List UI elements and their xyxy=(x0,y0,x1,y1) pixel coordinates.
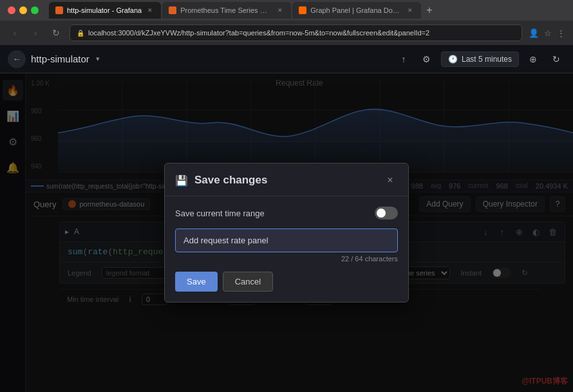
time-range-button[interactable]: 🕐 Last 5 minutes xyxy=(441,51,519,67)
address-bar-row: ‹ › ↻ 🔒 localhost:3000/d/kZJxeYVWz/http-… xyxy=(0,21,573,45)
tab-close-2[interactable]: ✕ xyxy=(276,6,285,15)
panel-area: 🔥 📊 ⚙ 🔔 Request Rate 1.00 K 980 960 940 xyxy=(0,73,573,392)
top-bar: ← http-simulator ▾ ↑ ⚙ 🕐 Last 5 minutes … xyxy=(0,45,573,73)
traffic-lights xyxy=(8,6,39,14)
browser-title-bar: http-simulator - Grafana ✕ Prometheus Ti… xyxy=(0,0,573,21)
tab-label-2: Prometheus Time Series Colle... xyxy=(180,6,272,14)
browser-tabs-bar: http-simulator - Grafana ✕ Prometheus Ti… xyxy=(49,1,565,19)
lock-icon: 🔒 xyxy=(77,30,84,37)
browser-actions: 👤 ☆ ⋮ xyxy=(529,28,565,38)
modal-save-button[interactable]: Save xyxy=(175,272,218,292)
reload-button[interactable]: ↻ xyxy=(49,28,63,38)
modal-close-button[interactable]: × xyxy=(382,173,398,188)
save-changes-modal: 💾 Save changes × Save current time range… xyxy=(164,163,409,303)
new-tab-button[interactable]: + xyxy=(422,5,436,16)
grafana-app: ← http-simulator ▾ ↑ ⚙ 🕐 Last 5 minutes … xyxy=(0,45,573,392)
tab-label-3: Graph Panel | Grafana Docum... xyxy=(310,6,402,14)
modal-cancel-button[interactable]: Cancel xyxy=(223,272,273,292)
tab-label-1: http-simulator - Grafana xyxy=(67,6,142,14)
modal-text-input[interactable] xyxy=(175,229,398,252)
address-field[interactable]: 🔒 localhost:3000/d/kZJxeYVWz/http-simula… xyxy=(70,24,522,41)
dashboard-title: http-simulator xyxy=(31,53,89,64)
forward-button[interactable]: › xyxy=(28,28,42,38)
tab-close-3[interactable]: ✕ xyxy=(406,6,415,15)
settings-button[interactable]: ⚙ xyxy=(418,50,436,68)
modal-header: 💾 Save changes × xyxy=(165,163,408,196)
clock-icon: 🕐 xyxy=(448,55,458,64)
modal-footer: Save Cancel xyxy=(175,272,398,292)
close-traffic-light[interactable] xyxy=(8,6,15,14)
dashboard-dropdown-arrow[interactable]: ▾ xyxy=(96,55,100,63)
modal-toggle-knob xyxy=(377,209,386,218)
tab-favicon-2 xyxy=(169,6,176,14)
refresh-button[interactable]: ↻ xyxy=(547,50,565,68)
top-bar-actions: ↑ ⚙ 🕐 Last 5 minutes ⊕ ↻ xyxy=(395,50,565,68)
tab-favicon-3 xyxy=(299,6,306,14)
save-icon: 💾 xyxy=(175,174,188,187)
zoom-button[interactable]: ⊕ xyxy=(524,50,542,68)
browser-tab-2[interactable]: Prometheus Time Series Colle... ✕ xyxy=(162,2,291,19)
profile-icon[interactable]: 👤 xyxy=(529,28,539,38)
browser-chrome: http-simulator - Grafana ✕ Prometheus Ti… xyxy=(0,0,573,45)
menu-icon[interactable]: ⋮ xyxy=(557,28,565,38)
char-count: 22 / 64 characters xyxy=(175,255,398,263)
address-text: localhost:3000/d/kZJxeYVWz/http-simulato… xyxy=(88,29,429,37)
tab-favicon-1 xyxy=(55,6,63,14)
minimize-traffic-light[interactable] xyxy=(19,6,27,14)
bookmark-icon[interactable]: ☆ xyxy=(544,28,552,38)
share-button[interactable]: ↑ xyxy=(395,50,413,68)
modal-option-label: Save current time range xyxy=(175,209,265,218)
back-button[interactable]: ← xyxy=(8,50,26,68)
modal-option-row: Save current time range xyxy=(175,207,398,219)
modal-body: Save current time range 22 / 64 characte… xyxy=(165,196,408,302)
modal-title: Save changes xyxy=(194,174,376,187)
tab-close-1[interactable]: ✕ xyxy=(146,6,155,15)
browser-tab-1[interactable]: http-simulator - Grafana ✕ xyxy=(49,2,161,19)
modal-toggle[interactable] xyxy=(375,207,398,219)
maximize-traffic-light[interactable] xyxy=(31,6,39,14)
browser-tab-3[interactable]: Graph Panel | Grafana Docum... ✕ xyxy=(292,2,421,19)
modal-overlay: 💾 Save changes × Save current time range… xyxy=(0,73,573,392)
back-button[interactable]: ‹ xyxy=(8,28,22,38)
time-range-label: Last 5 minutes xyxy=(462,55,512,64)
